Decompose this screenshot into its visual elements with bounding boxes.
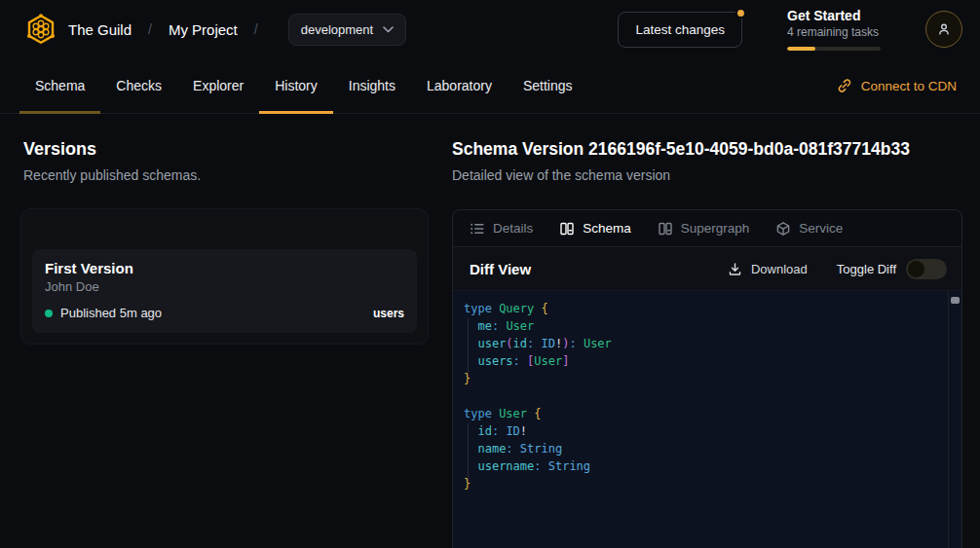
diff-view-title: Diff View [470, 261, 531, 277]
tab-label: Schema [35, 78, 85, 93]
tab-insights[interactable]: Insights [333, 58, 411, 113]
scrollbar-thumb[interactable] [951, 297, 960, 304]
chevron-down-icon [383, 26, 394, 33]
tab-settings[interactable]: Settings [508, 58, 588, 113]
version-detail-subtitle: Detailed view of the schema version [452, 167, 962, 183]
get-started-title: Get Started [787, 8, 881, 24]
diff-actions: Download Toggle Diff [728, 259, 947, 279]
columns-icon [559, 221, 575, 237]
tab-label: Schema [583, 221, 631, 236]
versions-subtitle: Recently published schemas. [23, 167, 429, 183]
download-icon [728, 262, 742, 276]
toggle-diff-switch[interactable] [906, 259, 947, 279]
connect-to-cdn-label: Connect to CDN [861, 79, 957, 93]
breadcrumb-separator: / [254, 21, 258, 37]
person-icon [935, 20, 953, 38]
version-name: First Version [45, 260, 404, 277]
tab-supergraph[interactable]: Supergraph [658, 221, 750, 237]
get-started-widget[interactable]: Get Started 4 remaining tasks [787, 8, 881, 51]
tab-label: Service [799, 221, 843, 236]
versions-title: Versions [23, 139, 429, 159]
user-avatar[interactable] [925, 11, 962, 48]
download-label: Download [751, 262, 808, 276]
target-select[interactable]: development [288, 14, 406, 46]
tab-history[interactable]: History [259, 58, 333, 113]
version-status: Published 5m ago [60, 306, 162, 320]
tab-label: Settings [523, 78, 573, 93]
published-dot-icon [45, 310, 53, 317]
latest-changes-button[interactable]: Latest changes [618, 12, 742, 48]
link-icon [837, 78, 852, 93]
main-content: Versions Recently published schemas. Fir… [0, 114, 980, 548]
get-started-progress-track [787, 47, 881, 51]
target-select-value: development [301, 22, 373, 37]
list-icon [470, 221, 485, 237]
tab-label: History [275, 78, 318, 93]
versions-list: First Version John Doe Published 5m ago … [20, 208, 429, 345]
version-list-item[interactable]: First Version John Doe Published 5m ago … [32, 249, 417, 333]
schema-view-tabs: Details Schema [453, 210, 961, 247]
columns-icon [658, 221, 673, 237]
version-service-badge: users [373, 307, 404, 320]
tab-label: Laboratory [427, 78, 492, 93]
notification-dot [735, 8, 746, 18]
code-lines: type Query { me: User user(id: ID!): Use… [464, 300, 946, 493]
tab-checks[interactable]: Checks [100, 58, 177, 113]
cube-icon [775, 221, 791, 237]
version-detail-title: Schema Version 2166196f-5e10-4059-bd0a-0… [452, 139, 962, 159]
tab-label: Supergraph [681, 221, 750, 236]
tab-laboratory[interactable]: Laboratory [411, 58, 508, 113]
scrollbar-track[interactable] [948, 291, 961, 548]
versions-panel: Versions Recently published schemas. Fir… [23, 139, 429, 548]
tab-schema[interactable]: Schema [19, 58, 100, 113]
breadcrumb: The Guild / My Project / development [23, 12, 406, 47]
page-tabs: Schema Checks Explorer History Insights … [0, 58, 980, 114]
indent-guide [468, 423, 469, 479]
connect-to-cdn-button[interactable]: Connect to CDN [837, 58, 957, 113]
schema-code-viewer: type Query { me: User user(id: ID!): Use… [453, 291, 961, 548]
toggle-diff-label: Toggle Diff [837, 262, 896, 276]
toggle-knob [908, 261, 924, 277]
tab-label: Checks [116, 78, 162, 93]
org-link[interactable]: The Guild [68, 21, 132, 38]
diff-toolbar: Diff View Download Toggle Diff [453, 247, 961, 291]
get-started-subtitle: 4 remaining tasks [787, 25, 881, 40]
indent-guide [468, 318, 469, 374]
version-author: John Doe [45, 279, 404, 294]
project-link[interactable]: My Project [169, 21, 238, 38]
version-meta: Published 5m ago users [45, 306, 404, 320]
latest-changes-label: Latest changes [635, 22, 725, 37]
schema-view-panel: Details Schema [452, 209, 962, 548]
tab-label: Insights [349, 78, 396, 93]
header-actions: Latest changes Get Started 4 remaining t… [618, 8, 962, 51]
download-button[interactable]: Download [728, 262, 808, 276]
tab-service[interactable]: Service [775, 221, 843, 237]
tab-label: Explorer [193, 78, 244, 93]
version-detail-panel: Schema Version 2166196f-5e10-4059-bd0a-0… [452, 139, 962, 548]
breadcrumb-separator: / [148, 21, 152, 37]
tab-schema-view[interactable]: Schema [559, 221, 631, 237]
tab-label: Details [493, 221, 533, 236]
app-header: The Guild / My Project / development Lat… [0, 0, 980, 58]
progress-fill [787, 47, 815, 51]
tab-explorer[interactable]: Explorer [177, 58, 259, 113]
tab-details[interactable]: Details [470, 221, 533, 237]
hive-logo-icon[interactable] [23, 12, 58, 47]
